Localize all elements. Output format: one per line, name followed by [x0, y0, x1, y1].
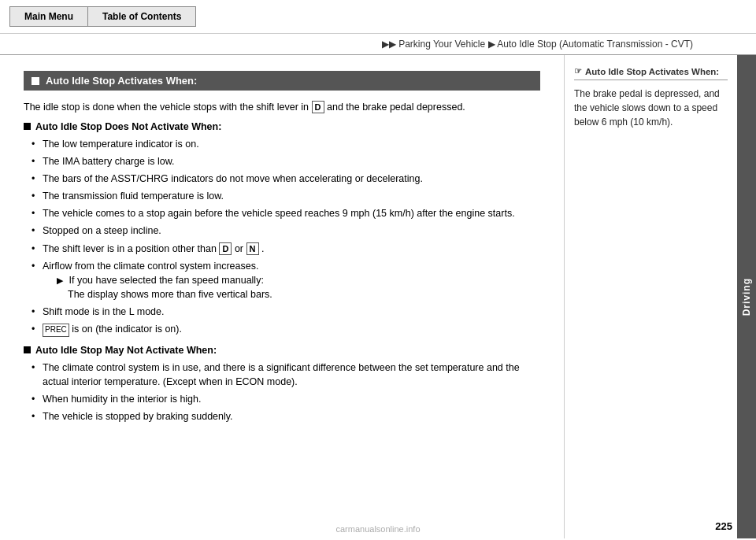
- breadcrumb-part1: Parking Your Vehicle: [398, 39, 485, 50]
- breadcrumb: ▶▶ Parking Your Vehicle ▶ Auto Idle Stop…: [0, 34, 756, 55]
- watermark: carmanualsonline.info: [335, 524, 420, 534]
- key-d: D: [312, 101, 324, 113]
- sub-heading-1: Auto Idle Stop Does Not Activate When:: [24, 121, 540, 132]
- list-item: The vehicle comes to a stop again before…: [32, 205, 540, 222]
- sub-heading-2: Auto Idle Stop May Not Activate When:: [24, 345, 540, 356]
- content-area: Auto Idle Stop Activates When: The idle …: [0, 55, 564, 538]
- list-item: Airflow from the climate control system …: [32, 257, 540, 303]
- sidebar-note-body: The brake pedal is depressed, and the ve…: [574, 87, 728, 129]
- key-n: N: [246, 242, 259, 255]
- or-text: or: [235, 243, 246, 254]
- page-number: 225: [715, 520, 732, 532]
- airflow-text: Airflow from the climate control system …: [43, 261, 258, 272]
- list-item: The low temperature indicator is on.: [32, 135, 540, 153]
- toc-button[interactable]: Table of Contents: [87, 6, 196, 27]
- sub-heading-label-1: Auto Idle Stop Does Not Activate When:: [35, 121, 221, 132]
- sub-heading-square-1: [24, 123, 31, 130]
- toolbar: Main Menu Table of Contents: [0, 0, 756, 34]
- list-item: The transmission fluid temperature is lo…: [32, 187, 540, 205]
- sub-bullet-2: The display shows more than five vertica…: [43, 287, 540, 301]
- sub-heading-label-2: Auto Idle Stop May Not Activate When:: [35, 345, 217, 356]
- sidebar-note-heading: Auto Idle Stop Activates When:: [585, 67, 719, 76]
- list-item: The climate control system is in use, an…: [32, 359, 540, 390]
- driving-tab-label: Driving: [741, 278, 752, 316]
- sub-bullet-text-2: The display shows more than five vertica…: [68, 289, 272, 300]
- section-heading-text: Auto Idle Stop Activates When:: [46, 75, 197, 87]
- key-d2: D: [219, 242, 232, 255]
- period: .: [261, 243, 264, 254]
- list-item: The bars of the ASST/CHRG indicators do …: [32, 170, 540, 187]
- list-item: The vehicle is stopped by braking sudden…: [32, 408, 540, 425]
- list-item: The shift lever is in a position other t…: [32, 240, 540, 257]
- list-item: When humidity in the interior is high.: [32, 390, 540, 408]
- main-layout: Auto Idle Stop Activates When: The idle …: [0, 55, 756, 538]
- sub-bullet-text-1: If you have selected the fan speed manua…: [69, 275, 263, 286]
- intro-text-1: The idle stop is done when the vehicle s…: [24, 102, 309, 113]
- right-sidebar: ☞ Auto Idle Stop Activates When: The bra…: [564, 55, 737, 538]
- sub-bullet-1: ▶ If you have selected the fan speed man…: [43, 273, 540, 287]
- note-symbol: ☞: [574, 66, 582, 76]
- breadcrumb-arrow2: ▶: [488, 39, 498, 50]
- list-item: The IMA battery charge is low.: [32, 153, 540, 170]
- sidebar-note-title: ☞ Auto Idle Stop Activates When:: [574, 66, 728, 80]
- driving-tab: Driving: [737, 55, 756, 538]
- sub-bullet-arrow-icon: ▶: [57, 275, 63, 287]
- breadcrumb-part2: Auto Idle Stop (Automatic Transmission -…: [497, 39, 693, 50]
- shift-lever-text: The shift lever is in a position other t…: [43, 243, 219, 254]
- prec-icon: PREC: [43, 324, 69, 337]
- may-not-activate-list: The climate control system is in use, an…: [32, 359, 540, 426]
- intro-paragraph: The idle stop is done when the vehicle s…: [24, 100, 540, 115]
- sub-heading-square-2: [24, 346, 31, 353]
- list-item: PREC is on (the indicator is on).: [32, 320, 540, 338]
- icon-on-text: is on (the indicator is on).: [72, 324, 182, 335]
- list-item: Stopped on a steep incline.: [32, 222, 540, 239]
- breadcrumb-arrow1: ▶▶: [382, 39, 396, 50]
- section-heading: Auto Idle Stop Activates When:: [24, 71, 540, 91]
- does-not-activate-list: The low temperature indicator is on. The…: [32, 135, 540, 338]
- main-menu-button[interactable]: Main Menu: [9, 6, 87, 27]
- intro-text-2: and the brake pedal depressed.: [327, 102, 465, 113]
- list-item: Shift mode is in the L mode.: [32, 303, 540, 320]
- heading-square-icon: [32, 77, 39, 85]
